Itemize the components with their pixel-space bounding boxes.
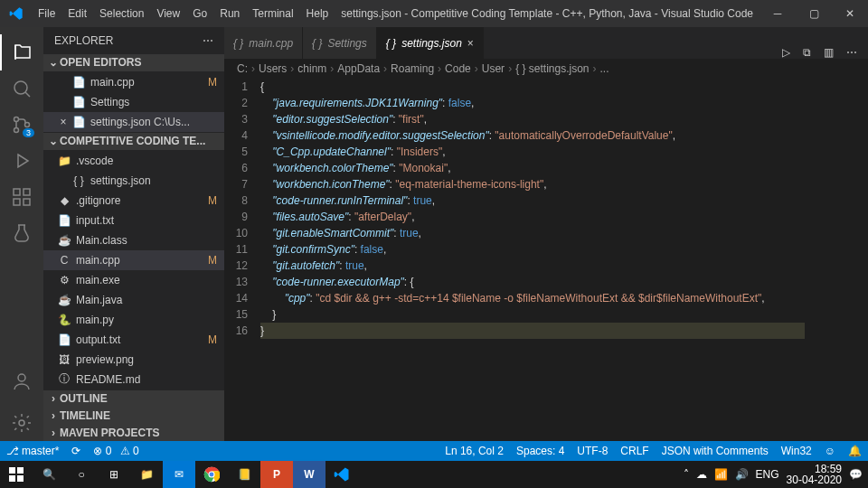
tray-chevron-icon[interactable]: ˄ — [684, 468, 689, 481]
menu-go[interactable]: Go — [186, 7, 213, 20]
file-icon: 🐍 — [56, 314, 72, 326]
sync-button[interactable]: ⟳ — [65, 445, 87, 457]
menu-run[interactable]: Run — [213, 7, 246, 20]
start-button[interactable] — [0, 461, 33, 488]
run-debug-icon[interactable] — [0, 143, 43, 179]
menu-terminal[interactable]: Terminal — [246, 7, 299, 20]
section-maven[interactable]: ›MAVEN PROJECTS — [43, 424, 224, 441]
source-control-icon[interactable]: 3 — [0, 107, 43, 143]
section-timeline[interactable]: ›TIMELINE — [43, 407, 224, 424]
file-item[interactable]: ☕Main.java — [43, 290, 224, 310]
file-item[interactable]: 📄input.txt — [43, 211, 224, 230]
editor-area: { }main.cpp{ }Settings{ }settings.json× … — [224, 27, 868, 441]
open-editor-item[interactable]: 📄main.cppM — [43, 72, 224, 92]
svg-point-8 — [18, 374, 25, 381]
indentation[interactable]: Spaces: 4 — [510, 445, 571, 457]
editor-tab[interactable]: { }Settings — [303, 27, 377, 59]
menu-edit[interactable]: Edit — [61, 7, 93, 20]
svg-rect-13 — [17, 475, 24, 482]
editor-tab[interactable]: { }settings.json× — [377, 27, 484, 59]
branch-button[interactable]: ⎇ master* — [0, 445, 65, 457]
menu-view[interactable]: View — [150, 7, 186, 20]
powerpoint-icon[interactable]: P — [260, 461, 293, 488]
editor-tab[interactable]: { }main.cpp — [224, 27, 303, 59]
maximize-button[interactable]: ▢ — [796, 7, 832, 20]
breadcrumb-item[interactable]: Users — [259, 62, 287, 75]
mail-icon[interactable]: ✉ — [163, 461, 195, 488]
sticky-notes-icon[interactable]: 📒 — [228, 461, 260, 488]
system-tray[interactable]: ˄ ☁ 📶 🔊 ENG 18:5930-04-2020 💬 — [684, 464, 868, 485]
close-button[interactable]: ✕ — [832, 7, 868, 20]
close-icon[interactable]: × — [467, 37, 474, 50]
open-editor-item[interactable]: 📄Settings — [43, 92, 224, 112]
open-editor-item[interactable]: ×📄settings.json C:\Us... — [43, 112, 224, 132]
breadcrumb-item[interactable]: { } settings.json — [515, 62, 589, 75]
vscode-taskbar-icon[interactable] — [326, 461, 358, 488]
file-item[interactable]: 🐍main.py — [43, 310, 224, 330]
split-icon[interactable]: ⧉ — [803, 46, 811, 59]
breadcrumb[interactable]: C:›Users›chinm›AppData›Roaming›Code›User… — [224, 59, 868, 79]
problems-button[interactable]: ⊗ 0 ⚠ 0 — [87, 445, 145, 457]
breadcrumb-item[interactable]: Code — [445, 62, 471, 75]
search-icon[interactable] — [0, 70, 43, 107]
notifications-icon[interactable]: 🔔 — [842, 445, 868, 457]
section-outline[interactable]: ›OUTLINE — [43, 390, 224, 408]
more-icon[interactable]: ⋯ — [846, 46, 857, 59]
extensions-icon[interactable] — [0, 179, 43, 215]
section-project[interactable]: ⌄COMPETITIVE CODING TE... — [43, 133, 224, 150]
cursor-position[interactable]: Ln 16, Col 2 — [439, 445, 510, 457]
file-item[interactable]: 📄output.txtM — [43, 330, 224, 350]
file-item[interactable]: Cmain.cppM — [43, 250, 224, 270]
menu-file[interactable]: File — [32, 7, 61, 20]
file-item[interactable]: ⓘREADME.md — [43, 370, 224, 389]
breadcrumb-item[interactable]: ... — [600, 62, 609, 75]
breadcrumb-item[interactable]: chinm — [297, 62, 326, 75]
eol[interactable]: CRLF — [614, 445, 655, 457]
testing-icon[interactable] — [0, 215, 43, 251]
file-item[interactable]: 🖼preview.png — [43, 350, 224, 370]
code-editor[interactable]: 12345678910111213141516 { "java.requirem… — [224, 79, 868, 441]
minimize-button[interactable]: ─ — [760, 7, 796, 20]
file-item[interactable]: ◆.gitignoreM — [43, 191, 224, 211]
accounts-icon[interactable] — [0, 363, 43, 399]
volume-icon[interactable]: 🔊 — [735, 468, 749, 481]
chevron-down-icon: ⌄ — [47, 56, 60, 69]
file-item[interactable]: { }settings.json — [43, 171, 224, 191]
settings-gear-icon[interactable] — [0, 405, 43, 441]
minimap[interactable] — [805, 79, 868, 441]
svg-point-16 — [209, 472, 214, 477]
close-icon[interactable]: × — [56, 116, 71, 128]
feedback-icon[interactable]: ☺ — [818, 445, 842, 457]
language-indicator[interactable]: ENG — [756, 468, 779, 481]
task-view-icon[interactable]: ⊞ — [98, 461, 130, 488]
section-open-editors[interactable]: ⌄OPEN EDITORS — [43, 54, 224, 71]
chrome-icon[interactable] — [195, 461, 228, 488]
run-icon[interactable]: ▷ — [782, 46, 790, 59]
breadcrumb-item[interactable]: Roaming — [391, 62, 434, 75]
breadcrumb-item[interactable]: AppData — [337, 62, 380, 75]
svg-rect-5 — [24, 189, 30, 195]
file-icon: 📄 — [71, 116, 87, 128]
breadcrumb-item[interactable]: C: — [237, 62, 248, 75]
os[interactable]: Win32 — [775, 445, 818, 457]
clock[interactable]: 18:5930-04-2020 — [787, 464, 842, 485]
search-icon[interactable]: 🔍 — [33, 461, 65, 488]
file-explorer-icon[interactable]: 📁 — [130, 461, 163, 488]
layout-icon[interactable]: ▥ — [824, 46, 834, 59]
menu-help[interactable]: Help — [300, 7, 335, 20]
chevron-right-icon: › — [47, 392, 60, 405]
wifi-icon[interactable]: 📶 — [714, 468, 728, 481]
word-icon[interactable]: W — [293, 461, 326, 488]
more-icon[interactable]: ⋯ — [203, 34, 213, 47]
menu-selection[interactable]: Selection — [93, 7, 150, 20]
file-item[interactable]: 📁.vscode — [43, 151, 224, 171]
language-mode[interactable]: JSON with Comments — [656, 445, 775, 457]
action-center-icon[interactable]: 💬 — [849, 468, 863, 481]
breadcrumb-item[interactable]: User — [482, 62, 505, 75]
cortana-icon[interactable]: ○ — [65, 461, 98, 488]
explorer-icon[interactable] — [0, 34, 43, 70]
file-item[interactable]: ⚙main.exe — [43, 270, 224, 290]
encoding[interactable]: UTF-8 — [571, 445, 614, 457]
file-item[interactable]: ☕Main.class — [43, 230, 224, 250]
onedrive-icon[interactable]: ☁ — [696, 468, 707, 481]
